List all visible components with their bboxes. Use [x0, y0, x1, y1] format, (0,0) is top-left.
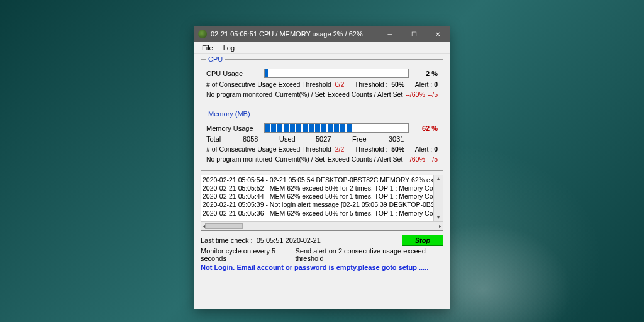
- cpu-usage-pct: 2 %: [415, 70, 438, 77]
- cpu-progress-fill: [265, 69, 268, 77]
- login-status-text: Not Login. Email account or password is …: [201, 264, 428, 271]
- maximize-button[interactable]: ☐: [402, 26, 426, 42]
- app-icon: [198, 30, 207, 38]
- stop-button[interactable]: Stop: [402, 235, 443, 246]
- menu-file[interactable]: File: [197, 43, 218, 53]
- mem-free-v: 3031: [389, 135, 425, 143]
- mem-exceed-label: # of Consecutive Usage Exceed Threshold: [206, 145, 331, 153]
- log-line[interactable]: 2020-02-21 05:05:36 - MEM 62% exceed 50%…: [203, 209, 433, 218]
- cpu-col1: Curremt(%) / Set: [275, 91, 325, 98]
- mem-used-v: 5027: [316, 135, 352, 143]
- scroll-thumb[interactable]: [205, 223, 243, 229]
- mem-col4: --/5: [428, 155, 438, 163]
- content-area: CPU CPU Usage 2 % # of Consecutive Usage…: [194, 54, 450, 309]
- cpu-exceed-label: # of Consecutive Usage Exceed Threshold: [206, 80, 331, 88]
- lastcheck-value: 05:05:51 2020-02-21: [257, 236, 321, 244]
- cpu-progress: [264, 69, 409, 78]
- mem-used-k: Used: [279, 135, 316, 143]
- mem-threshold-value: 50%: [391, 145, 404, 153]
- memory-group: Memory (MB) Memory Usage 62 % Total 8058…: [201, 110, 443, 171]
- mem-col2: Exceed Counts / Alert Set: [328, 155, 403, 163]
- mem-progress: [264, 123, 409, 133]
- cpu-group: CPU CPU Usage 2 % # of Consecutive Usage…: [201, 55, 443, 106]
- menubar: File Log: [194, 42, 450, 54]
- cpu-alert-value: 0: [434, 80, 438, 88]
- mem-total-v: 8058: [243, 135, 279, 143]
- mem-alert-value: 0: [434, 145, 438, 153]
- log-vertical-scrollbar[interactable]: [433, 175, 443, 221]
- cpu-col4: --/5: [428, 91, 438, 98]
- log-line[interactable]: 2020-02-21 05:05:39 - Not login alert me…: [203, 201, 433, 209]
- lastcheck-label: Last time check :: [201, 236, 253, 244]
- log-horizontal-scrollbar[interactable]: ◂ ▸: [201, 221, 443, 231]
- cpu-threshold-value: 50%: [391, 80, 404, 88]
- log-line[interactable]: 2020-02-21 05:05:52 - MEM 62% exceed 50%…: [203, 184, 433, 192]
- mem-threshold-label: Threshold :: [355, 145, 388, 153]
- scroll-right-icon[interactable]: ▸: [439, 223, 441, 229]
- cpu-col3: --/60%: [406, 91, 425, 98]
- cpu-legend: CPU: [206, 55, 225, 63]
- cpu-usage-label: CPU Usage: [206, 70, 264, 77]
- mem-col1: Curremt(%) / Set: [275, 155, 325, 163]
- monitor-cycle-text: Monitor cycle on every 5 seconds: [201, 247, 295, 262]
- alert-rule-text: Send alert on 2 consecutive usage exceed…: [295, 247, 443, 262]
- log-listbox[interactable]: 2020-02-21 05:05:54 - 02-21 05:05:54 DES…: [201, 175, 443, 221]
- mem-free-k: Free: [352, 135, 389, 143]
- cpu-exceed-value: 0/2: [335, 80, 345, 88]
- log-line[interactable]: 2020-02-21 05:05:44 - MEM 62% exceed 50%…: [203, 192, 433, 201]
- menu-log[interactable]: Log: [218, 43, 240, 53]
- memory-legend: Memory (MB): [206, 110, 252, 118]
- mem-progress-fill: [265, 124, 353, 132]
- window-title: 02-21 05:05:51 CPU / MEMORY usage 2% / 6…: [211, 30, 378, 38]
- close-button[interactable]: ✕: [426, 26, 450, 42]
- cpu-col2: Exceed Counts / Alert Set: [328, 91, 403, 98]
- minimize-button[interactable]: ─: [378, 26, 402, 42]
- mem-total-k: Total: [206, 135, 243, 143]
- titlebar[interactable]: 02-21 05:05:51 CPU / MEMORY usage 2% / 6…: [194, 26, 450, 42]
- cpu-threshold-label: Threshold :: [355, 80, 388, 88]
- mem-col3: --/60%: [406, 155, 425, 163]
- mem-usage-label: Memory Usage: [206, 125, 264, 132]
- cpu-noprog: No program monitored: [206, 91, 272, 98]
- mem-exceed-value: 2/2: [335, 145, 345, 153]
- log-line[interactable]: 2020-02-21 05:05:54 - 02-21 05:05:54 DES…: [203, 176, 433, 184]
- mem-usage-pct: 62 %: [415, 125, 438, 132]
- mem-noprog: No program monitored: [206, 155, 272, 163]
- cpu-alert-label: Alert :: [415, 80, 432, 88]
- mem-alert-label: Alert :: [415, 145, 432, 153]
- app-window: 02-21 05:05:51 CPU / MEMORY usage 2% / 6…: [194, 26, 450, 309]
